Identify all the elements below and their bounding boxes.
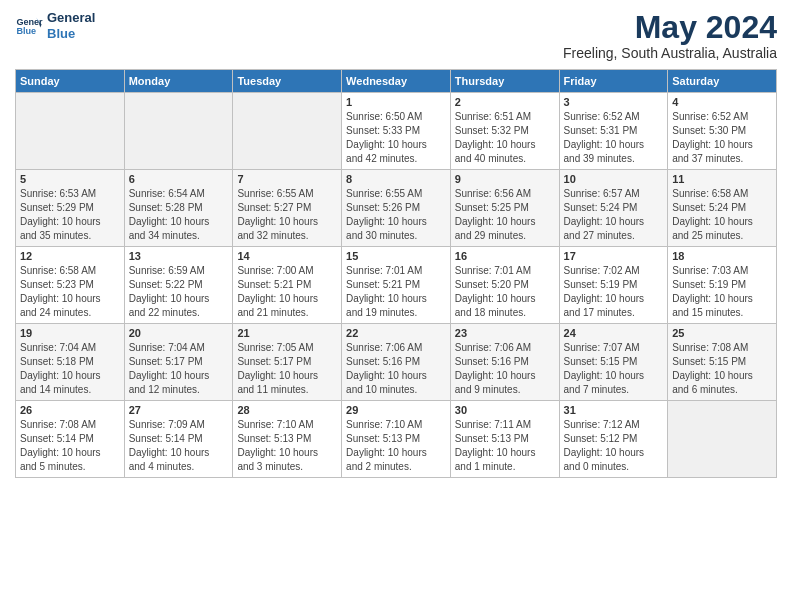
calendar-cell: 30Sunrise: 7:11 AM Sunset: 5:13 PM Dayli… — [450, 401, 559, 478]
day-number: 15 — [346, 250, 446, 262]
calendar-cell: 26Sunrise: 7:08 AM Sunset: 5:14 PM Dayli… — [16, 401, 125, 478]
calendar-week-row: 12Sunrise: 6:58 AM Sunset: 5:23 PM Dayli… — [16, 247, 777, 324]
day-number: 7 — [237, 173, 337, 185]
day-info: Sunrise: 6:51 AM Sunset: 5:32 PM Dayligh… — [455, 110, 555, 166]
calendar-cell: 21Sunrise: 7:05 AM Sunset: 5:17 PM Dayli… — [233, 324, 342, 401]
calendar-cell: 1Sunrise: 6:50 AM Sunset: 5:33 PM Daylig… — [342, 93, 451, 170]
day-info: Sunrise: 6:58 AM Sunset: 5:23 PM Dayligh… — [20, 264, 120, 320]
weekday-header-wednesday: Wednesday — [342, 70, 451, 93]
day-number: 6 — [129, 173, 229, 185]
weekday-header-sunday: Sunday — [16, 70, 125, 93]
calendar-cell: 14Sunrise: 7:00 AM Sunset: 5:21 PM Dayli… — [233, 247, 342, 324]
day-number: 26 — [20, 404, 120, 416]
day-number: 18 — [672, 250, 772, 262]
calendar-cell: 31Sunrise: 7:12 AM Sunset: 5:12 PM Dayli… — [559, 401, 668, 478]
calendar-cell: 24Sunrise: 7:07 AM Sunset: 5:15 PM Dayli… — [559, 324, 668, 401]
day-info: Sunrise: 7:07 AM Sunset: 5:15 PM Dayligh… — [564, 341, 664, 397]
day-number: 22 — [346, 327, 446, 339]
calendar-cell: 6Sunrise: 6:54 AM Sunset: 5:28 PM Daylig… — [124, 170, 233, 247]
calendar-table: SundayMondayTuesdayWednesdayThursdayFrid… — [15, 69, 777, 478]
day-info: Sunrise: 6:58 AM Sunset: 5:24 PM Dayligh… — [672, 187, 772, 243]
day-info: Sunrise: 7:01 AM Sunset: 5:21 PM Dayligh… — [346, 264, 446, 320]
day-info: Sunrise: 7:05 AM Sunset: 5:17 PM Dayligh… — [237, 341, 337, 397]
day-number: 5 — [20, 173, 120, 185]
logo: General Blue General Blue — [15, 10, 95, 41]
day-info: Sunrise: 6:55 AM Sunset: 5:27 PM Dayligh… — [237, 187, 337, 243]
day-info: Sunrise: 6:54 AM Sunset: 5:28 PM Dayligh… — [129, 187, 229, 243]
page-subtitle: Freeling, South Australia, Australia — [563, 45, 777, 61]
title-area: May 2024 Freeling, South Australia, Aust… — [563, 10, 777, 61]
day-number: 23 — [455, 327, 555, 339]
calendar-cell: 8Sunrise: 6:55 AM Sunset: 5:26 PM Daylig… — [342, 170, 451, 247]
logo-icon: General Blue — [15, 12, 43, 40]
day-number: 2 — [455, 96, 555, 108]
calendar-cell: 7Sunrise: 6:55 AM Sunset: 5:27 PM Daylig… — [233, 170, 342, 247]
calendar-cell: 5Sunrise: 6:53 AM Sunset: 5:29 PM Daylig… — [16, 170, 125, 247]
day-number: 8 — [346, 173, 446, 185]
day-info: Sunrise: 6:57 AM Sunset: 5:24 PM Dayligh… — [564, 187, 664, 243]
calendar-cell — [16, 93, 125, 170]
day-number: 14 — [237, 250, 337, 262]
weekday-header-thursday: Thursday — [450, 70, 559, 93]
day-info: Sunrise: 6:50 AM Sunset: 5:33 PM Dayligh… — [346, 110, 446, 166]
day-info: Sunrise: 6:55 AM Sunset: 5:26 PM Dayligh… — [346, 187, 446, 243]
day-info: Sunrise: 7:04 AM Sunset: 5:17 PM Dayligh… — [129, 341, 229, 397]
calendar-cell: 28Sunrise: 7:10 AM Sunset: 5:13 PM Dayli… — [233, 401, 342, 478]
calendar-cell: 13Sunrise: 6:59 AM Sunset: 5:22 PM Dayli… — [124, 247, 233, 324]
calendar-cell: 17Sunrise: 7:02 AM Sunset: 5:19 PM Dayli… — [559, 247, 668, 324]
calendar-cell: 19Sunrise: 7:04 AM Sunset: 5:18 PM Dayli… — [16, 324, 125, 401]
svg-text:Blue: Blue — [16, 26, 36, 36]
day-number: 11 — [672, 173, 772, 185]
calendar-cell: 10Sunrise: 6:57 AM Sunset: 5:24 PM Dayli… — [559, 170, 668, 247]
day-info: Sunrise: 7:00 AM Sunset: 5:21 PM Dayligh… — [237, 264, 337, 320]
calendar-cell — [233, 93, 342, 170]
day-number: 30 — [455, 404, 555, 416]
day-number: 21 — [237, 327, 337, 339]
calendar-cell — [668, 401, 777, 478]
calendar-cell: 15Sunrise: 7:01 AM Sunset: 5:21 PM Dayli… — [342, 247, 451, 324]
day-number: 25 — [672, 327, 772, 339]
calendar-cell: 23Sunrise: 7:06 AM Sunset: 5:16 PM Dayli… — [450, 324, 559, 401]
day-info: Sunrise: 6:52 AM Sunset: 5:31 PM Dayligh… — [564, 110, 664, 166]
day-number: 9 — [455, 173, 555, 185]
day-info: Sunrise: 7:02 AM Sunset: 5:19 PM Dayligh… — [564, 264, 664, 320]
day-info: Sunrise: 7:04 AM Sunset: 5:18 PM Dayligh… — [20, 341, 120, 397]
calendar-cell: 22Sunrise: 7:06 AM Sunset: 5:16 PM Dayli… — [342, 324, 451, 401]
day-number: 28 — [237, 404, 337, 416]
day-number: 4 — [672, 96, 772, 108]
weekday-header-tuesday: Tuesday — [233, 70, 342, 93]
day-info: Sunrise: 6:53 AM Sunset: 5:29 PM Dayligh… — [20, 187, 120, 243]
day-info: Sunrise: 7:12 AM Sunset: 5:12 PM Dayligh… — [564, 418, 664, 474]
calendar-cell: 25Sunrise: 7:08 AM Sunset: 5:15 PM Dayli… — [668, 324, 777, 401]
calendar-cell: 9Sunrise: 6:56 AM Sunset: 5:25 PM Daylig… — [450, 170, 559, 247]
logo-text-general: General — [47, 10, 95, 26]
day-number: 31 — [564, 404, 664, 416]
weekday-header-friday: Friday — [559, 70, 668, 93]
calendar-cell: 4Sunrise: 6:52 AM Sunset: 5:30 PM Daylig… — [668, 93, 777, 170]
day-number: 29 — [346, 404, 446, 416]
header: General Blue General Blue May 2024 Freel… — [15, 10, 777, 61]
day-number: 3 — [564, 96, 664, 108]
day-info: Sunrise: 7:10 AM Sunset: 5:13 PM Dayligh… — [346, 418, 446, 474]
weekday-header-row: SundayMondayTuesdayWednesdayThursdayFrid… — [16, 70, 777, 93]
day-number: 12 — [20, 250, 120, 262]
calendar-cell: 3Sunrise: 6:52 AM Sunset: 5:31 PM Daylig… — [559, 93, 668, 170]
day-info: Sunrise: 7:10 AM Sunset: 5:13 PM Dayligh… — [237, 418, 337, 474]
day-number: 17 — [564, 250, 664, 262]
day-info: Sunrise: 7:01 AM Sunset: 5:20 PM Dayligh… — [455, 264, 555, 320]
day-info: Sunrise: 7:03 AM Sunset: 5:19 PM Dayligh… — [672, 264, 772, 320]
day-number: 27 — [129, 404, 229, 416]
logo-text-blue: Blue — [47, 26, 95, 42]
day-number: 24 — [564, 327, 664, 339]
day-info: Sunrise: 6:59 AM Sunset: 5:22 PM Dayligh… — [129, 264, 229, 320]
calendar-week-row: 26Sunrise: 7:08 AM Sunset: 5:14 PM Dayli… — [16, 401, 777, 478]
calendar-week-row: 5Sunrise: 6:53 AM Sunset: 5:29 PM Daylig… — [16, 170, 777, 247]
calendar-cell: 29Sunrise: 7:10 AM Sunset: 5:13 PM Dayli… — [342, 401, 451, 478]
weekday-header-saturday: Saturday — [668, 70, 777, 93]
day-info: Sunrise: 7:08 AM Sunset: 5:15 PM Dayligh… — [672, 341, 772, 397]
day-number: 19 — [20, 327, 120, 339]
day-info: Sunrise: 7:06 AM Sunset: 5:16 PM Dayligh… — [346, 341, 446, 397]
calendar-cell: 12Sunrise: 6:58 AM Sunset: 5:23 PM Dayli… — [16, 247, 125, 324]
day-info: Sunrise: 7:09 AM Sunset: 5:14 PM Dayligh… — [129, 418, 229, 474]
calendar-week-row: 19Sunrise: 7:04 AM Sunset: 5:18 PM Dayli… — [16, 324, 777, 401]
